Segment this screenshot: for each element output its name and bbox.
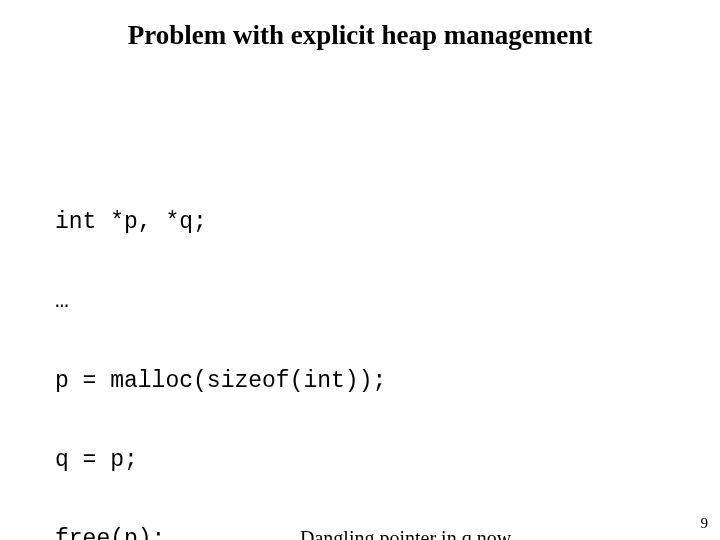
annotation-dangling: Dangling pointer in q now — [300, 527, 511, 540]
code-line: p = malloc(sizeof(int)); — [55, 368, 665, 394]
code-line: … — [55, 288, 665, 314]
code-block-1: int *p, *q; … p = malloc(sizeof(int)); q… — [55, 156, 665, 540]
code-line-with-annotation: free(p); Dangling pointer in q now — [55, 526, 665, 540]
code-line: int *p, *q; — [55, 209, 665, 235]
slide-title: Problem with explicit heap management — [55, 20, 665, 51]
code-line: free(p); — [55, 526, 300, 540]
code-line: q = p; — [55, 447, 665, 473]
page-number: 9 — [701, 515, 709, 532]
